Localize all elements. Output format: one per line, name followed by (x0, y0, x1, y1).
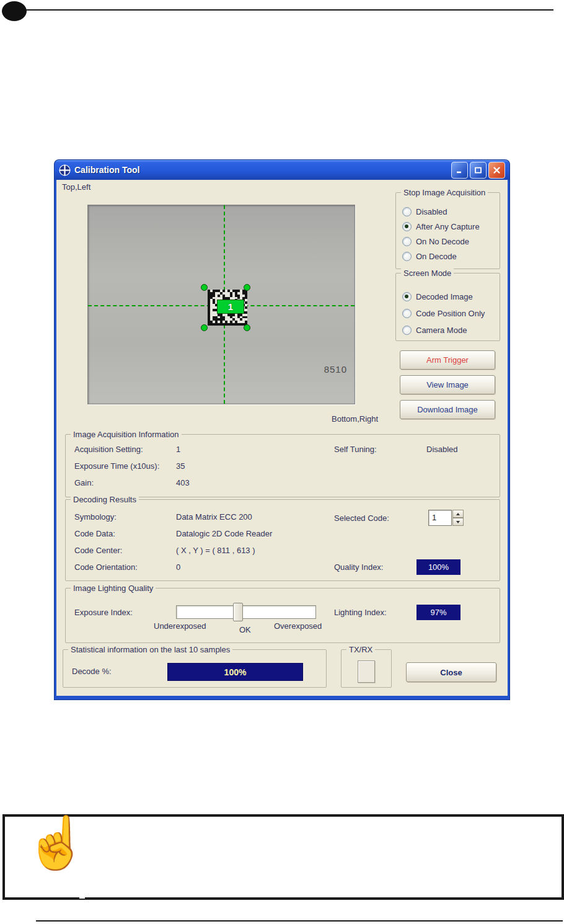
image-tag-text: 8510 (324, 364, 347, 375)
field-label: Selected Code: (334, 513, 389, 523)
radio-option-code-position-only[interactable]: Code Position Only (402, 308, 485, 318)
top-divider-line (26, 9, 553, 11)
field-label: Symbology: (74, 512, 117, 522)
radio-option-disabled[interactable]: Disabled (402, 207, 447, 216)
group-caption: Decoding Results (71, 495, 139, 504)
note-box-border-gap (79, 894, 85, 899)
code-corner-marker (201, 284, 208, 291)
group-screen-mode: Screen Mode Decoded Image Code Position … (395, 273, 500, 341)
bottom-right-label: Bottom,Right (332, 414, 378, 424)
field-label: Acquisition Setting: (74, 445, 143, 454)
arrow-down-icon (456, 521, 460, 523)
quality-index-badge: 100% (416, 559, 460, 575)
radio-icon[interactable] (402, 222, 412, 231)
radio-option-after-any-capture[interactable]: After Any Capture (402, 221, 480, 231)
view-image-button[interactable]: View Image (400, 375, 495, 394)
selected-code-stepper (452, 510, 464, 526)
group-statistics: Statistical information on the last 10 s… (63, 649, 327, 688)
decoded-code-number-overlay: 1 (217, 300, 244, 314)
slider-mid-label: OK (239, 625, 251, 634)
radio-icon[interactable] (402, 326, 412, 335)
field-value: ( X , Y ) = ( 811 , 613 ) (176, 546, 255, 555)
selected-code-input[interactable]: 1 (428, 510, 452, 526)
radio-label: Camera Mode (416, 326, 467, 335)
app-icon (59, 164, 71, 176)
field-label: Exposure Index: (74, 608, 133, 617)
decode-percentage-bar: 100% (167, 663, 303, 681)
field-label: Decode %: (72, 667, 112, 676)
radio-icon[interactable] (402, 237, 412, 246)
group-caption: Image Lighting Quality (71, 584, 156, 593)
field-value: 35 (176, 461, 185, 471)
close-icon (493, 166, 501, 174)
txrx-indicator (358, 660, 375, 683)
field-value: Datalogic 2D Code Reader (176, 529, 272, 538)
field-label: Code Data: (74, 529, 115, 538)
radio-icon[interactable] (402, 292, 412, 301)
pointing-hand-icon: ☝ (25, 817, 88, 868)
group-image-acquisition-information: Image Acquisition Information Acquisitio… (65, 434, 500, 497)
field-value: Disabled (426, 445, 458, 454)
window-title: Calibration Tool (74, 165, 140, 175)
field-value: 403 (176, 478, 190, 487)
download-image-button[interactable]: Download Image (400, 400, 495, 419)
group-caption: Image Acquisition Information (71, 430, 182, 439)
radio-label: Disabled (416, 207, 447, 216)
group-caption: Stop Image Acquisition (401, 188, 488, 197)
radio-label: On No Decode (416, 237, 469, 246)
field-value: Data Matrix ECC 200 (176, 512, 252, 522)
code-corner-marker (244, 284, 250, 291)
bottom-divider-line (36, 920, 563, 922)
group-caption: Statistical information on the last 10 s… (68, 645, 232, 654)
radio-option-on-no-decode[interactable]: On No Decode (402, 236, 469, 246)
slider-right-label: Overexposed (274, 621, 322, 631)
group-caption: Screen Mode (401, 269, 454, 278)
radio-option-decoded-image[interactable]: Decoded Image (402, 291, 473, 301)
radio-label: After Any Capture (416, 222, 480, 231)
field-label: Lighting Index: (334, 608, 387, 617)
arm-trigger-button[interactable]: Arm Trigger (400, 350, 495, 370)
radio-icon[interactable] (402, 207, 412, 216)
field-label: Code Center: (74, 546, 122, 555)
close-window-button[interactable] (488, 162, 505, 179)
radio-label: On Decode (416, 252, 457, 261)
arrow-up-icon (456, 513, 460, 515)
group-stop-image-acquisition: Stop Image Acquisition Disabled After An… (395, 192, 500, 269)
radio-icon[interactable] (402, 309, 412, 318)
radio-option-camera-mode[interactable]: Camera Mode (402, 325, 467, 335)
exposure-slider-track[interactable] (176, 605, 316, 619)
field-label: Gain: (74, 478, 94, 487)
field-value: 0 (176, 562, 180, 572)
radio-label: Code Position Only (416, 309, 485, 318)
group-decoding-results: Decoding Results Symbology: Data Matrix … (65, 499, 500, 581)
maximize-button[interactable] (470, 162, 487, 179)
group-txrx: TX/RX (341, 649, 392, 688)
field-label: Self Tuning: (334, 445, 377, 454)
calibration-tool-window: Calibration Tool Top,Left 1 8510 Bottom (55, 160, 509, 700)
group-caption: TX/RX (346, 645, 375, 654)
code-corner-marker (201, 324, 208, 331)
lighting-index-badge: 97% (416, 605, 460, 620)
field-value: 1 (176, 445, 180, 454)
top-left-label: Top,Left (62, 182, 90, 192)
client-area: Top,Left 1 8510 Bottom,Right Stop Image … (56, 180, 508, 696)
chapter-bullet (2, 1, 27, 21)
minimize-icon (456, 166, 464, 174)
captured-image-view[interactable]: 1 8510 (87, 205, 355, 404)
stepper-down-button[interactable] (452, 518, 464, 526)
field-label: Exposure Time (x10us): (74, 461, 159, 471)
titlebar[interactable]: Calibration Tool (55, 160, 509, 180)
code-corner-marker (244, 324, 250, 331)
maximize-icon (474, 166, 482, 174)
close-button[interactable]: Close (406, 662, 496, 682)
group-image-lighting-quality: Image Lighting Quality Exposure Index: U… (65, 588, 500, 643)
slider-left-label: Underexposed (154, 621, 206, 631)
field-label: Code Orientation: (74, 562, 138, 572)
radio-icon[interactable] (402, 252, 412, 261)
minimize-button[interactable] (451, 162, 468, 179)
stepper-up-button[interactable] (452, 510, 464, 518)
field-label: Quality Index: (334, 562, 384, 572)
radio-label: Decoded Image (416, 292, 473, 301)
radio-option-on-decode[interactable]: On Decode (402, 251, 457, 261)
exposure-slider-thumb[interactable] (233, 603, 243, 621)
